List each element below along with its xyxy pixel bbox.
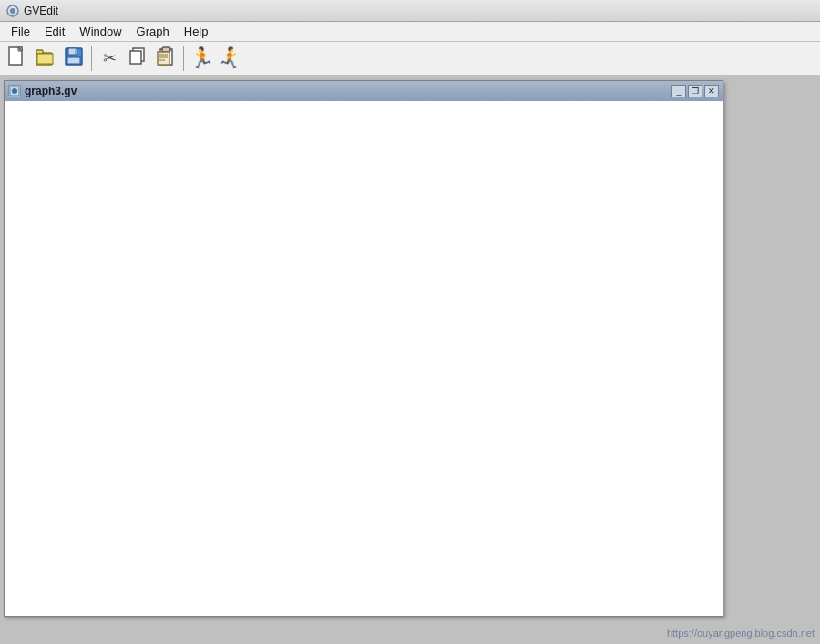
svg-point-21: [12, 88, 17, 94]
mdi-titlebar[interactable]: graph3.gv _ ❐ ✕: [5, 81, 723, 101]
toolbar: ✂ 🏃 🏃: [0, 42, 820, 77]
svg-point-1: [10, 8, 15, 14]
watermark: https://ouyangpeng.blog.csdn.net: [667, 628, 815, 639]
new-button[interactable]: [4, 45, 31, 72]
svg-rect-16: [158, 52, 169, 65]
save-button[interactable]: [60, 45, 87, 72]
cut-button[interactable]: ✂: [96, 45, 123, 72]
separator-1: [91, 46, 92, 71]
menu-help[interactable]: Help: [177, 23, 216, 40]
cut-icon: ✂: [103, 48, 117, 68]
save-icon: [65, 47, 83, 70]
menu-graph[interactable]: Graph: [129, 23, 177, 40]
title-bar: GVEdit: [0, 0, 820, 22]
run2-icon: 🏃: [218, 46, 242, 70]
main-area: graph3.gv _ ❐ ✕ https://ouyangpeng.blog.…: [0, 77, 820, 644]
paste-button[interactable]: [152, 45, 179, 72]
app-title: GVEdit: [24, 5, 58, 17]
menu-window[interactable]: Window: [72, 23, 128, 40]
mdi-window-controls: _ ❐ ✕: [671, 85, 719, 97]
separator-2: [183, 46, 184, 71]
menu-bar: File Edit Window Graph Help: [0, 22, 820, 42]
mdi-window-title: graph3.gv: [25, 85, 77, 97]
svg-rect-7: [37, 54, 53, 64]
copy-button[interactable]: [124, 45, 151, 72]
mdi-minimize-button[interactable]: _: [671, 85, 686, 97]
open-icon: [36, 47, 56, 70]
svg-rect-13: [130, 51, 141, 64]
mdi-window-icon: [8, 85, 21, 97]
svg-rect-6: [36, 50, 43, 54]
mdi-window: graph3.gv _ ❐ ✕: [4, 80, 723, 617]
app-icon: [5, 4, 20, 18]
mdi-restore-button[interactable]: ❐: [688, 85, 702, 97]
menu-file[interactable]: File: [4, 23, 37, 40]
run-button[interactable]: 🏃: [188, 45, 215, 72]
new-icon: [8, 46, 26, 71]
mdi-close-button[interactable]: ✕: [704, 85, 719, 97]
svg-rect-10: [67, 57, 80, 64]
open-button[interactable]: [32, 45, 59, 72]
paste-icon: [157, 46, 175, 71]
svg-rect-11: [75, 49, 77, 54]
menu-edit[interactable]: Edit: [37, 23, 72, 40]
copy-icon: [128, 47, 147, 70]
run-icon: 🏃: [190, 46, 214, 70]
mdi-content-area: [5, 101, 723, 616]
run2-button[interactable]: 🏃: [216, 45, 243, 72]
mdi-title-left: graph3.gv: [8, 85, 77, 97]
